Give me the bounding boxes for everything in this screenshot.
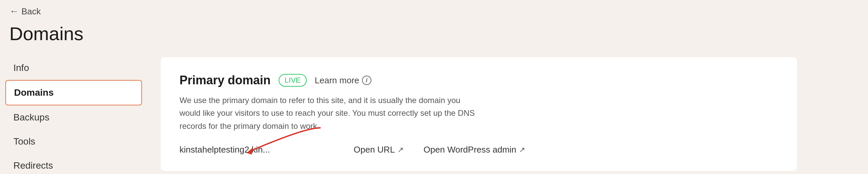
learn-more-link[interactable]: Learn more i	[315, 75, 371, 86]
back-button[interactable]: ← Back	[9, 6, 41, 17]
sidebar-item-backups-label: Backups	[13, 112, 49, 123]
open-wp-admin-external-icon: ↗	[519, 145, 525, 154]
content-area: Primary domain LIVE Learn more i We use …	[147, 50, 868, 174]
open-wp-admin-link[interactable]: Open WordPress admin ↗	[424, 145, 525, 155]
sidebar-item-tools[interactable]: Tools	[0, 130, 147, 153]
open-url-label: Open URL	[353, 145, 395, 155]
open-url-external-icon: ↗	[398, 145, 404, 154]
sidebar-item-redirects[interactable]: Redirects	[0, 153, 147, 174]
main-layout: Info Domains Backups Tools Redirects Pri…	[0, 50, 868, 174]
sidebar-item-domains-label: Domains	[14, 87, 54, 98]
sidebar-item-tools-label: Tools	[13, 136, 35, 147]
sidebar-item-redirects-label: Redirects	[13, 160, 53, 171]
open-wp-admin-label: Open WordPress admin	[424, 145, 516, 155]
primary-domain-card: Primary domain LIVE Learn more i We use …	[161, 57, 797, 171]
learn-more-label: Learn more	[315, 75, 359, 86]
info-icon: i	[362, 76, 371, 85]
back-arrow-icon: ←	[9, 6, 19, 17]
page-title: Domains	[0, 23, 868, 50]
back-label: Back	[22, 6, 41, 17]
domain-name: kinstahelptesting2.kin...	[180, 145, 280, 155]
sidebar-item-backups[interactable]: Backups	[0, 105, 147, 130]
sidebar: Info Domains Backups Tools Redirects	[0, 50, 147, 174]
top-bar: ← Back	[0, 0, 868, 23]
card-description: We use the primary domain to refer to th…	[180, 94, 481, 133]
open-url-link[interactable]: Open URL ↗	[353, 145, 404, 155]
sidebar-item-domains[interactable]: Domains	[5, 80, 142, 105]
card-header: Primary domain LIVE Learn more i	[180, 73, 778, 87]
domain-actions: Open URL ↗ Open WordPress admin ↗	[353, 145, 525, 155]
sidebar-item-info[interactable]: Info	[0, 56, 147, 80]
sidebar-item-info-label: Info	[13, 63, 29, 73]
card-title: Primary domain	[180, 73, 271, 87]
live-badge: LIVE	[279, 74, 307, 87]
domain-row: kinstahelptesting2.kin... Open URL ↗ Ope…	[180, 145, 778, 155]
